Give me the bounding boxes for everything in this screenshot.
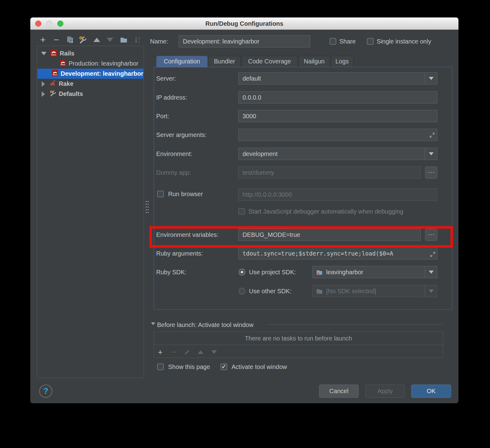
tree-item-development[interactable]: RAILS Development: leavingharbor: [37, 69, 143, 79]
ruby-arguments-input[interactable]: tdout.sync=true;$stderr.sync=true;load($…: [238, 247, 437, 260]
move-up-button[interactable]: [92, 35, 101, 44]
ruby-sdk-label: Ruby SDK:: [156, 266, 187, 278]
chevron-collapsed-icon[interactable]: [42, 91, 45, 97]
copy-configuration-button[interactable]: [66, 35, 75, 44]
move-task-down-button: [210, 348, 218, 356]
environment-label: Environment:: [156, 148, 192, 160]
svg-text:a: a: [138, 36, 140, 40]
sdk-folder-icon: [316, 269, 323, 276]
environment-value: development: [243, 150, 278, 157]
remove-configuration-button[interactable]: −: [52, 35, 61, 44]
ruby-arguments-value: tdout.sync=true;$stderr.sync=true;load($…: [243, 250, 393, 257]
tab-code-coverage[interactable]: Code Coverage: [241, 56, 298, 67]
svg-text:RAILS: RAILS: [51, 54, 56, 56]
ruby-arguments-label: Ruby arguments:: [156, 247, 203, 260]
help-button[interactable]: ?: [39, 385, 52, 398]
port-input[interactable]: 3000: [238, 110, 437, 122]
server-arguments-label: Server arguments:: [156, 129, 207, 141]
other-sdk-combobox: [No SDK selected]: [312, 285, 437, 297]
js-debugger-label: Start JavaScript debugger automatically …: [248, 207, 403, 215]
tab-bundler[interactable]: Bundler: [208, 56, 241, 67]
share-label: Share: [339, 37, 356, 45]
ip-address-input[interactable]: 0.0.0.0: [238, 91, 437, 104]
server-combobox[interactable]: default: [238, 72, 437, 85]
environment-variables-label: Environment variables:: [156, 229, 218, 241]
before-launch-title[interactable]: Before launch: Activate tool window: [157, 321, 254, 329]
tree-item-defaults[interactable]: Defaults: [37, 89, 143, 99]
no-tasks-message: There are no tasks to run before launch: [154, 332, 443, 345]
port-label: Port:: [156, 110, 169, 122]
arrow-up-icon: [93, 38, 100, 42]
sort-configurations-button[interactable]: a z: [133, 35, 142, 44]
configurations-tree: RAILS Rails RAILS Production: leavinghar…: [37, 46, 144, 378]
chevron-expanded-icon[interactable]: [41, 52, 47, 55]
server-label: Server:: [156, 72, 176, 85]
run-browser-label: Run browser: [168, 190, 203, 198]
js-debugger-checkbox: [238, 208, 245, 215]
collapse-section-icon[interactable]: [151, 322, 155, 325]
splitter-handle[interactable]: [145, 200, 149, 215]
edit-defaults-button[interactable]: [78, 35, 87, 44]
pencil-icon: [184, 349, 190, 355]
sdk-folder-icon: [316, 288, 323, 295]
dummy-app-label: Dummy app:: [156, 166, 191, 179]
show-this-page-checkbox[interactable]: [157, 363, 164, 370]
activate-tool-window-checkbox[interactable]: [221, 363, 227, 370]
tree-item-rake[interactable]: Rake: [37, 79, 143, 89]
create-folder-button[interactable]: [119, 35, 128, 44]
dummy-app-input: test/dummy: [238, 166, 421, 179]
browser-url-input: http://0.0.0.0:3000: [238, 188, 437, 201]
run-browser-checkbox[interactable]: [157, 191, 164, 197]
server-arguments-input[interactable]: [238, 129, 437, 141]
apply-button: Apply: [365, 385, 405, 398]
expand-field-icon[interactable]: [429, 251, 436, 258]
chevron-collapsed-icon[interactable]: [42, 81, 45, 87]
use-other-sdk-radio[interactable]: [239, 288, 245, 294]
expand-field-icon[interactable]: [428, 131, 436, 139]
arrow-up-icon: [198, 350, 203, 354]
ok-button[interactable]: OK: [411, 385, 451, 398]
dummy-app-browse-button[interactable]: ···: [425, 166, 437, 179]
activate-tool-window-label: Activate tool window: [232, 363, 287, 371]
chevron-down-icon: [425, 148, 437, 160]
environment-variables-input[interactable]: DEBUG_MODE=true: [238, 229, 421, 241]
project-sdk-combobox[interactable]: leavingharbor: [312, 266, 437, 278]
single-instance-checkbox[interactable]: [367, 38, 374, 45]
chevron-down-icon: [425, 73, 437, 84]
tree-label: Rake: [59, 80, 74, 87]
add-configuration-button[interactable]: +: [38, 35, 47, 44]
name-input[interactable]: Development: leavingharbor: [179, 35, 310, 47]
server-value: default: [243, 75, 261, 82]
rails-icon: RAILS: [60, 60, 66, 67]
edit-task-button: [183, 348, 191, 356]
defaults-wrench-icon: [49, 90, 56, 98]
tab-nailgun[interactable]: Nailgun: [298, 56, 330, 67]
arrow-down-icon: [107, 38, 113, 42]
project-sdk-value: leavingharbor: [326, 269, 363, 275]
minus-icon: −: [54, 36, 59, 44]
use-project-sdk-radio[interactable]: [239, 269, 245, 275]
add-task-button[interactable]: +: [156, 348, 164, 356]
tree-item-rails[interactable]: RAILS Rails: [37, 48, 143, 59]
environment-variables-browse-button[interactable]: ···: [425, 229, 437, 241]
tree-label: Defaults: [59, 90, 83, 97]
wrench-icon: [78, 36, 87, 44]
section-divider: [266, 325, 443, 325]
folder-icon: [119, 36, 128, 44]
cancel-button[interactable]: Cancel: [319, 385, 359, 398]
tab-logs[interactable]: Logs: [331, 56, 353, 67]
copy-icon: [66, 36, 74, 44]
tree-item-production[interactable]: RAILS Production: leavingharbor: [37, 59, 143, 69]
rake-icon: [49, 80, 56, 88]
move-down-button[interactable]: [105, 35, 115, 44]
share-checkbox[interactable]: [330, 38, 336, 45]
dialog-title: Run/Debug Configurations: [30, 17, 458, 30]
tab-configuration[interactable]: Configuration: [156, 56, 208, 67]
title-bar: Run/Debug Configurations: [30, 17, 458, 30]
chevron-down-icon: [425, 266, 437, 278]
rails-icon: RAILS: [50, 49, 57, 58]
single-instance-label: Single instance only: [377, 37, 431, 45]
move-task-up-button: [196, 348, 205, 356]
environment-combobox[interactable]: development: [238, 148, 437, 160]
use-other-sdk-label: Use other SDK:: [249, 287, 292, 295]
